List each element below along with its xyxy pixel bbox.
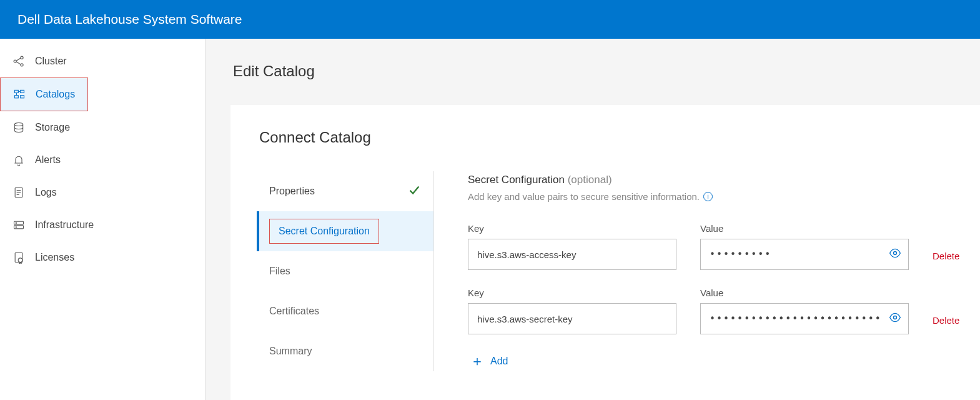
svg-point-2: [21, 64, 23, 66]
key-column: Key: [468, 288, 676, 334]
bell-icon: [12, 154, 25, 166]
step-label: Files: [269, 266, 290, 277]
svg-rect-8: [21, 96, 24, 98]
licenses-icon: [12, 251, 25, 264]
step-label: Summary: [269, 346, 312, 357]
sidebar-item-label: Infrastructure: [35, 219, 94, 231]
svg-point-19: [16, 227, 16, 228]
eye-icon[interactable]: [889, 311, 901, 326]
sidebar-item-logs[interactable]: Logs: [0, 176, 205, 209]
info-icon[interactable]: i: [703, 192, 713, 201]
svg-rect-5: [15, 90, 19, 92]
svg-point-0: [14, 60, 16, 62]
delete-button[interactable]: Delete: [933, 251, 959, 261]
svg-point-18: [16, 222, 16, 223]
sidebar-item-label: Storage: [35, 122, 70, 133]
form-description: Add key and value pairs to secure sensit…: [468, 191, 980, 202]
sidebar-item-catalogs[interactable]: Catalogs: [1, 78, 87, 111]
catalogs-icon: [13, 88, 26, 101]
add-label: Add: [490, 356, 508, 367]
sidebar-item-infrastructure[interactable]: Infrastructure: [0, 209, 205, 241]
sidebar: Cluster Catalogs Storage Alerts: [0, 39, 205, 400]
form-title-text: Secret Configuration: [468, 174, 565, 186]
sidebar-item-label: Cluster: [35, 56, 67, 67]
form-title: Secret Configuration (optional): [468, 174, 980, 186]
key-label: Key: [468, 223, 676, 234]
plus-icon: ＋: [470, 352, 484, 371]
step-label: Certificates: [269, 306, 319, 317]
svg-point-11: [14, 123, 22, 126]
sidebar-item-label: Licenses: [35, 252, 74, 263]
form-area: Secret Configuration (optional) Add key …: [434, 171, 980, 371]
highlight-secret-config: Secret Configuration: [269, 219, 379, 244]
cluster-icon: [12, 55, 25, 68]
svg-point-1: [21, 56, 23, 59]
catalog-card: Connect Catalog Properties Secret Config…: [230, 105, 980, 400]
step-summary[interactable]: Summary: [257, 331, 433, 371]
key-column: Key: [468, 223, 676, 270]
svg-line-4: [16, 62, 21, 64]
step-properties[interactable]: Properties: [257, 171, 433, 211]
highlight-catalogs: Catalogs: [0, 78, 88, 111]
value-wrap: [700, 303, 909, 334]
main-content: Edit Catalog Connect Catalog Properties …: [205, 39, 980, 400]
sidebar-item-label: Alerts: [35, 154, 61, 166]
value-label: Value: [700, 223, 909, 234]
steps-nav: Properties Secret Configuration Files: [257, 171, 434, 371]
sidebar-item-storage[interactable]: Storage: [0, 111, 205, 144]
form-optional: (optional): [565, 174, 612, 186]
page-title: Edit Catalog: [233, 62, 980, 80]
kv-row: Key Value: [468, 223, 980, 270]
logs-icon: [12, 186, 25, 199]
svg-rect-6: [21, 90, 24, 92]
storage-icon: [12, 121, 25, 134]
svg-line-3: [16, 58, 21, 61]
kv-rows: Key Value: [468, 223, 980, 371]
step-files[interactable]: Files: [257, 251, 433, 291]
value-column: Value: [700, 223, 909, 270]
svg-point-22: [894, 252, 897, 255]
add-button[interactable]: ＋ Add: [470, 352, 980, 371]
sidebar-item-label: Logs: [35, 187, 57, 198]
step-secret-configuration[interactable]: Secret Configuration: [257, 211, 433, 251]
section-title: Connect Catalog: [259, 129, 980, 146]
step-label: Properties: [269, 186, 315, 197]
app-body: Cluster Catalogs Storage Alerts: [0, 39, 980, 400]
app-title: Dell Data Lakehouse System Software: [17, 12, 242, 27]
sidebar-item-label: Catalogs: [36, 89, 75, 100]
content-row: Properties Secret Configuration Files: [257, 171, 980, 371]
svg-point-21: [18, 258, 22, 262]
value-input[interactable]: [700, 303, 909, 334]
delete-button[interactable]: Delete: [933, 315, 959, 326]
value-wrap: [700, 239, 909, 270]
step-label: Secret Configuration: [279, 226, 370, 236]
value-input[interactable]: [700, 239, 909, 270]
sidebar-item-alerts[interactable]: Alerts: [0, 144, 205, 176]
key-input[interactable]: [468, 239, 676, 270]
svg-rect-7: [15, 96, 19, 98]
sidebar-item-cluster[interactable]: Cluster: [0, 45, 205, 78]
value-label: Value: [700, 288, 909, 298]
sidebar-item-licenses[interactable]: Licenses: [0, 241, 205, 274]
kv-row: Key Value: [468, 288, 980, 334]
app-header: Dell Data Lakehouse System Software: [0, 0, 980, 39]
svg-point-23: [894, 316, 897, 319]
key-label: Key: [468, 288, 676, 298]
check-icon: [407, 183, 421, 199]
svg-rect-20: [15, 253, 22, 262]
infrastructure-icon: [12, 219, 25, 231]
value-column: Value: [700, 288, 909, 334]
step-certificates[interactable]: Certificates: [257, 291, 433, 331]
form-desc-text: Add key and value pairs to secure sensit…: [468, 191, 700, 202]
eye-icon[interactable]: [889, 247, 901, 262]
key-input[interactable]: [468, 303, 676, 334]
